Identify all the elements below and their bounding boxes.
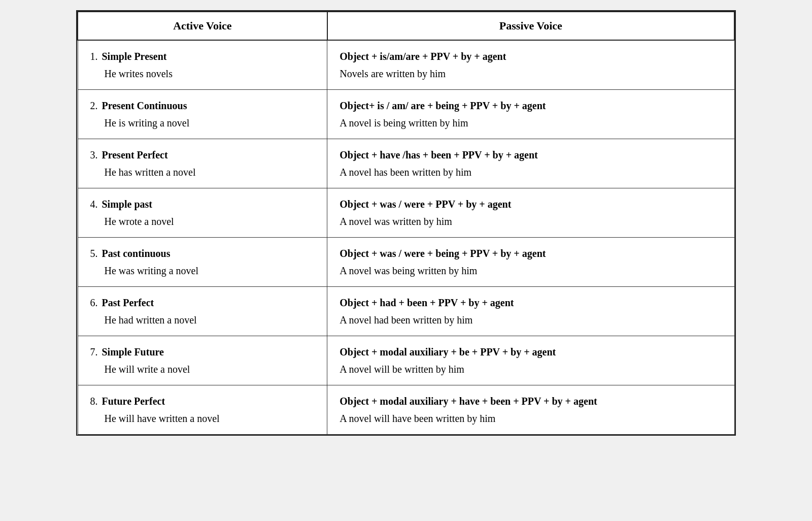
passive-example: A novel will have been written by him: [340, 413, 495, 424]
active-cell-3: 3.Present PerfectHe has written a novel: [78, 139, 327, 188]
active-example: He will write a novel: [90, 362, 315, 377]
active-cell-8: 8.Future PerfectHe will have written a n…: [78, 385, 327, 435]
tense-heading: 2.Present Continuous: [90, 98, 315, 113]
passive-cell-8: Object + modal auxiliary + have + been +…: [327, 385, 734, 435]
tense-heading: 4.Simple past: [90, 197, 315, 212]
tense-number: 8.: [90, 396, 98, 407]
passive-example: Novels are written by him: [340, 68, 446, 79]
passive-cell-2: Object+ is / am/ are + being + PPV + by …: [327, 90, 734, 139]
tense-number: 3.: [90, 149, 98, 160]
tense-number: 2.: [90, 100, 98, 111]
table-row: 1.Simple PresentHe writes novelsObject +…: [78, 40, 734, 90]
tense-number: 6.: [90, 297, 98, 308]
tense-name: Past continuous: [102, 248, 171, 259]
active-cell-6: 6.Past PerfectHe had written a novel: [78, 287, 327, 336]
tense-heading: 5.Past continuous: [90, 246, 315, 261]
table-row: 5.Past continuousHe was writing a novelO…: [78, 238, 734, 287]
passive-formula: Object + modal auxiliary + be + PPV + by…: [340, 344, 722, 360]
table-row: 4.Simple pastHe wrote a novelObject + wa…: [78, 188, 734, 238]
passive-example: A novel has been written by him: [340, 167, 471, 178]
active-cell-5: 5.Past continuousHe was writing a novel: [78, 238, 327, 287]
table-row: 6.Past PerfectHe had written a novelObje…: [78, 287, 734, 336]
tense-heading: 3.Present Perfect: [90, 147, 315, 162]
tense-number: 4.: [90, 199, 98, 210]
tense-name: Simple past: [102, 199, 152, 210]
active-cell-1: 1.Simple PresentHe writes novels: [78, 40, 327, 90]
passive-cell-5: Object + was / were + being + PPV + by +…: [327, 238, 734, 287]
tense-heading: 1.Simple Present: [90, 49, 315, 64]
active-cell-2: 2.Present ContinuousHe is writing a nove…: [78, 90, 327, 139]
tense-heading: 6.Past Perfect: [90, 295, 315, 310]
tense-name: Simple Future: [102, 346, 164, 357]
passive-formula: Object + have /has + been + PPV + by + a…: [340, 147, 722, 162]
active-example: He wrote a novel: [90, 214, 315, 229]
passive-formula: Object + is/am/are + PPV + by + agent: [340, 49, 722, 64]
tense-name: Present Continuous: [102, 100, 187, 111]
tense-heading: 8.Future Perfect: [90, 394, 315, 409]
active-example: He writes novels: [90, 66, 315, 81]
active-example: He is writing a novel: [90, 115, 315, 131]
table-row: 7.Simple FutureHe will write a novelObje…: [78, 336, 734, 385]
tense-heading: 7.Simple Future: [90, 344, 315, 360]
passive-formula: Object + had + been + PPV + by + agent: [340, 295, 722, 310]
tense-number: 1.: [90, 51, 98, 62]
active-voice-header: Active Voice: [78, 12, 327, 40]
passive-formula: Object + was / were + being + PPV + by +…: [340, 246, 722, 261]
passive-example: A novel was written by him: [340, 216, 452, 227]
active-example: He was writing a novel: [90, 263, 315, 278]
passive-cell-6: Object + had + been + PPV + by + agentA …: [327, 287, 734, 336]
table-row: 2.Present ContinuousHe is writing a nove…: [78, 90, 734, 139]
tense-name: Present Perfect: [102, 149, 168, 160]
active-cell-4: 4.Simple pastHe wrote a novel: [78, 188, 327, 238]
passive-cell-3: Object + have /has + been + PPV + by + a…: [327, 139, 734, 188]
active-example: He will have written a novel: [90, 411, 315, 426]
passive-example: A novel is being written by him: [340, 117, 468, 128]
grammar-table: Active Voice Passive Voice 1.Simple Pres…: [76, 10, 736, 436]
passive-cell-7: Object + modal auxiliary + be + PPV + by…: [327, 336, 734, 385]
passive-example: A novel had been written by him: [340, 314, 472, 325]
tense-number: 5.: [90, 248, 98, 259]
table-row: 8.Future PerfectHe will have written a n…: [78, 385, 734, 435]
passive-voice-header: Passive Voice: [327, 12, 734, 40]
tense-name: Future Perfect: [102, 396, 165, 407]
tense-name: Simple Present: [102, 51, 167, 62]
passive-example: A novel will be written by him: [340, 364, 464, 375]
active-cell-7: 7.Simple FutureHe will write a novel: [78, 336, 327, 385]
tense-number: 7.: [90, 346, 98, 357]
passive-cell-4: Object + was / were + PPV + by + agentA …: [327, 188, 734, 238]
passive-formula: Object+ is / am/ are + being + PPV + by …: [340, 98, 722, 113]
tense-name: Past Perfect: [102, 297, 154, 308]
passive-formula: Object + was / were + PPV + by + agent: [340, 197, 722, 212]
passive-formula: Object + modal auxiliary + have + been +…: [340, 394, 722, 409]
passive-cell-1: Object + is/am/are + PPV + by + agentNov…: [327, 40, 734, 90]
table-row: 3.Present PerfectHe has written a novelO…: [78, 139, 734, 188]
passive-example: A novel was being written by him: [340, 265, 477, 276]
active-example: He had written a novel: [90, 312, 315, 328]
active-example: He has written a novel: [90, 165, 315, 180]
